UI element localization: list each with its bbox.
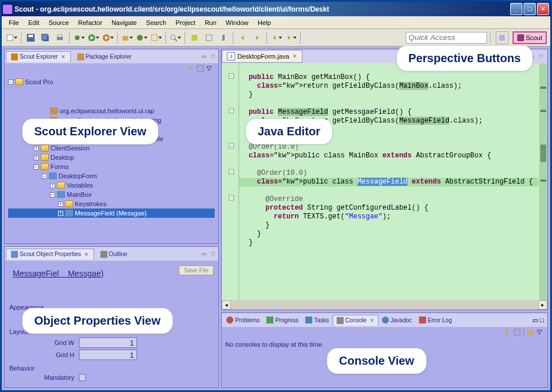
minimize-button[interactable]: _ bbox=[510, 3, 522, 15]
tab-tasks[interactable]: Tasks bbox=[302, 315, 333, 325]
menu-search[interactable]: Search bbox=[142, 18, 171, 27]
link-editor-icon[interactable] bbox=[196, 64, 204, 73]
svg-point-7 bbox=[75, 35, 80, 40]
tree-label: Desktop bbox=[50, 154, 74, 161]
menu-run[interactable]: Run bbox=[200, 18, 221, 27]
console-menu-icon[interactable]: ▽ bbox=[537, 328, 545, 336]
minimize-view-icon[interactable]: ▭ bbox=[200, 52, 208, 60]
tab-package-explorer[interactable]: Package Explorer bbox=[72, 51, 137, 62]
editor-tab[interactable]: J DesktopForm.java ✕ bbox=[222, 50, 302, 63]
scroll-right-button[interactable]: ► bbox=[538, 300, 547, 310]
search-button[interactable] bbox=[169, 31, 182, 44]
tree-row[interactable]: −DesktopForm bbox=[8, 171, 215, 181]
menu-source[interactable]: Source bbox=[44, 18, 74, 27]
tab-errorlog[interactable]: Error Log bbox=[416, 315, 456, 325]
open-console-icon[interactable] bbox=[526, 328, 535, 336]
scroll-left-button[interactable]: ◄ bbox=[222, 300, 231, 310]
tab-package-explorer-label: Package Explorer bbox=[86, 53, 132, 60]
menu-help[interactable]: Help bbox=[253, 18, 276, 27]
save-file-button[interactable]: Save File bbox=[179, 265, 214, 275]
tab-javadoc[interactable]: Javadoc bbox=[378, 315, 416, 325]
open-perspective-button[interactable] bbox=[496, 31, 508, 44]
tab-object-properties[interactable]: Scout Object Properties ✕ bbox=[6, 249, 94, 260]
svg-rect-2 bbox=[28, 35, 33, 37]
display-console-icon[interactable] bbox=[513, 328, 521, 336]
toggle-mark-button[interactable] bbox=[188, 31, 201, 44]
close-icon[interactable]: ✕ bbox=[84, 251, 89, 257]
forward-button[interactable] bbox=[284, 31, 297, 44]
view-menu-icon[interactable]: ▽ bbox=[207, 64, 215, 73]
new-button[interactable] bbox=[5, 31, 18, 44]
tree-row[interactable]: +Desktop bbox=[8, 153, 215, 162]
tab-progress[interactable]: Progress bbox=[263, 315, 302, 325]
tree-row[interactable]: +Keystrokes bbox=[8, 199, 215, 208]
mandatory-checkbox[interactable] bbox=[79, 374, 86, 381]
print-button[interactable] bbox=[53, 31, 66, 44]
tree-row[interactable]: +Variables bbox=[8, 181, 215, 190]
maximize-view-icon[interactable]: □ bbox=[209, 52, 217, 60]
close-icon[interactable]: ✕ bbox=[61, 54, 66, 60]
next-edit-button[interactable] bbox=[251, 31, 264, 44]
minimize-view-icon[interactable]: ▭ bbox=[532, 317, 538, 324]
mandatory-label: Mandatory bbox=[9, 374, 79, 381]
gridw-input[interactable] bbox=[79, 337, 137, 348]
tab-outline[interactable]: Outline bbox=[95, 249, 133, 260]
close-icon[interactable]: ✕ bbox=[370, 318, 374, 323]
horizontal-scrollbar[interactable]: ◄ ► bbox=[222, 300, 547, 310]
scout-explorer-tree: −Scout Pro org.eclipsescout.helloworld.u… bbox=[6, 75, 217, 220]
tab-console[interactable]: Console✕ bbox=[333, 315, 378, 326]
svg-point-13 bbox=[137, 35, 143, 41]
save-button[interactable] bbox=[24, 31, 37, 44]
tree-row-selected[interactable]: +MessageField (Messgae) bbox=[8, 208, 215, 218]
menu-navigate[interactable]: Navigate bbox=[107, 18, 141, 27]
close-button[interactable]: × bbox=[537, 3, 549, 15]
tab-label: Error Log bbox=[428, 317, 452, 323]
tree-row[interactable]: −MainBox bbox=[8, 190, 215, 199]
java-editor[interactable]: − − − − − public MainBox getMainBox() { … bbox=[222, 63, 547, 310]
new-class-button[interactable] bbox=[135, 31, 148, 44]
tree-label: MainBox bbox=[67, 191, 92, 198]
editor-gutter[interactable]: − − − − − bbox=[222, 63, 239, 300]
maximize-button[interactable]: □ bbox=[524, 3, 536, 15]
tab-label: Tasks bbox=[314, 317, 329, 323]
overview-ruler[interactable] bbox=[539, 63, 547, 300]
menu-window[interactable]: Window bbox=[221, 18, 253, 27]
menu-project[interactable]: Project bbox=[171, 18, 200, 27]
svg-marker-21 bbox=[256, 35, 259, 40]
open-type-button[interactable] bbox=[150, 31, 163, 44]
tree-row[interactable]: −Forms bbox=[8, 162, 215, 171]
menu-refactor[interactable]: Refactor bbox=[74, 18, 107, 27]
run-last-button[interactable] bbox=[102, 31, 114, 44]
pin-button[interactable] bbox=[217, 31, 230, 44]
collapse-all-icon[interactable] bbox=[186, 64, 194, 73]
menu-edit[interactable]: Edit bbox=[24, 18, 44, 27]
minimize-view-icon[interactable]: ▭ bbox=[200, 250, 208, 258]
svg-rect-28 bbox=[514, 329, 520, 335]
new-package-button[interactable] bbox=[121, 31, 134, 44]
menu-file[interactable]: File bbox=[4, 18, 24, 27]
pin-console-icon[interactable] bbox=[503, 328, 511, 336]
tree-row[interactable]: +ClientSession bbox=[8, 143, 215, 153]
debug-button[interactable] bbox=[73, 31, 85, 44]
back-button[interactable] bbox=[270, 31, 283, 44]
save-all-button[interactable] bbox=[39, 31, 52, 44]
tree-row[interactable]: org.eclipsescout.helloworld.ui.rap bbox=[8, 106, 215, 116]
scout-perspective-button[interactable]: Scout bbox=[513, 31, 547, 44]
prev-edit-button[interactable] bbox=[236, 31, 249, 44]
quick-access-input[interactable] bbox=[406, 32, 487, 44]
gridh-input[interactable] bbox=[79, 350, 137, 360]
close-icon[interactable]: ✕ bbox=[293, 53, 297, 59]
svg-rect-12 bbox=[122, 36, 128, 41]
svg-marker-22 bbox=[273, 35, 276, 40]
run-button[interactable] bbox=[87, 31, 100, 44]
maximize-view-icon[interactable]: □ bbox=[537, 52, 545, 60]
annotation-button[interactable] bbox=[203, 31, 215, 44]
tab-problems[interactable]: Problems bbox=[223, 315, 263, 325]
tab-scout-explorer[interactable]: Scout Explorer ✕ bbox=[6, 51, 71, 62]
maximize-view-icon[interactable]: □ bbox=[540, 317, 544, 324]
tab-scout-explorer-label: Scout Explorer bbox=[20, 53, 58, 60]
maximize-view-icon[interactable]: □ bbox=[209, 250, 217, 258]
tree-row[interactable]: −Scout Pro bbox=[8, 77, 215, 87]
tree-label: Keystrokes bbox=[75, 200, 106, 207]
props-icon bbox=[11, 251, 18, 258]
